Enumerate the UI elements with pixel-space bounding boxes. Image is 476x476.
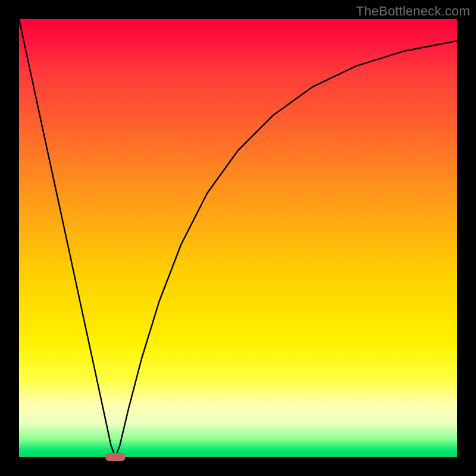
- curve-path: [19, 19, 457, 457]
- optimal-marker: [105, 453, 126, 461]
- plot-area: [19, 19, 457, 457]
- watermark-text: TheBottleneck.com: [356, 4, 470, 19]
- chart-frame: TheBottleneck.com: [0, 0, 476, 476]
- bottleneck-curve: [19, 19, 457, 457]
